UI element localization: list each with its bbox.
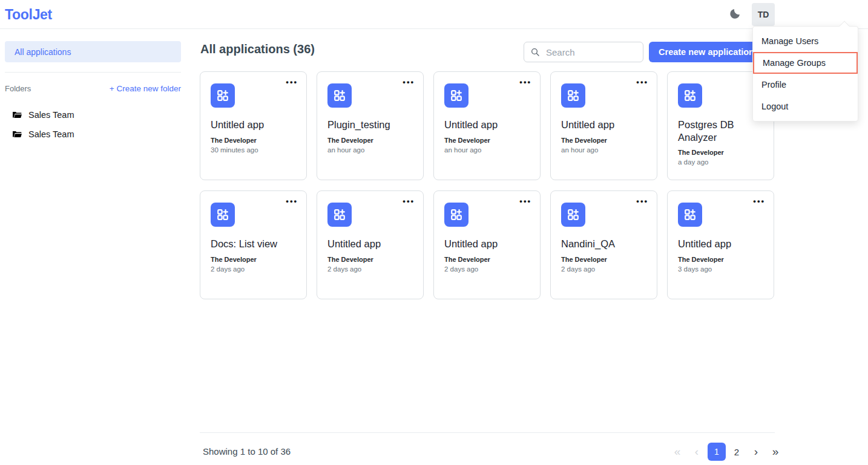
app-grid-plus-icon — [333, 208, 346, 221]
app-updated-time: a day ago — [678, 158, 763, 166]
app-updated-time: 2 days ago — [561, 265, 646, 273]
app-card-menu-icon[interactable]: ••• — [519, 78, 531, 86]
sidebar-folder-item[interactable]: Sales Team — [5, 125, 181, 144]
app-author: The Developer — [444, 137, 530, 144]
app-card[interactable]: ••• Nandini_QA The Developer 2 days ago — [550, 190, 657, 299]
app-author: The Developer — [444, 256, 530, 263]
app-card-menu-icon[interactable]: ••• — [753, 197, 765, 205]
pagination-prev-button[interactable]: ‹ — [688, 443, 705, 461]
page-title: All applications (36) — [200, 42, 315, 56]
app-card-menu-icon[interactable]: ••• — [403, 197, 415, 205]
app-name: Untitled app — [444, 119, 530, 131]
app-card[interactable]: ••• Untitled app The Developer 3 days ag… — [667, 190, 774, 299]
pagination: «‹12›» — [669, 442, 784, 461]
app-icon — [444, 203, 469, 227]
app-updated-time: 3 days ago — [678, 265, 763, 273]
app-card-menu-icon[interactable]: ••• — [403, 78, 415, 86]
tooljet-logo: ToolJet — [5, 7, 52, 23]
folder-icon — [12, 130, 22, 139]
dark-mode-toggle[interactable] — [728, 7, 742, 22]
folder-icon — [12, 111, 22, 120]
app-card[interactable]: ••• Untitled app The Developer 30 minute… — [200, 71, 307, 180]
app-icon — [327, 83, 352, 108]
menu-item-manage-users[interactable]: Manage Users — [753, 30, 858, 52]
app-icon — [678, 83, 702, 108]
app-card[interactable]: ••• Untitled app The Developer an hour a… — [550, 71, 657, 180]
app-grid-plus-icon — [683, 89, 697, 102]
app-name: Postgres DB Analyzer — [678, 119, 763, 143]
app-icon — [211, 203, 235, 227]
app-card-menu-icon[interactable]: ••• — [636, 197, 648, 205]
app-icon — [444, 83, 469, 108]
app-icon — [327, 203, 352, 227]
folder-name: Sales Team — [28, 110, 74, 120]
top-header: ToolJet TD — [0, 0, 868, 29]
app-name: Nandini_QA — [561, 238, 646, 250]
user-menu-dropdown: Manage UsersManage GroupsProfileLogout — [752, 26, 858, 122]
app-card-menu-icon[interactable]: ••• — [286, 197, 298, 205]
app-grid-plus-icon — [450, 208, 463, 221]
app-updated-time: 2 days ago — [327, 265, 413, 273]
app-grid-plus-icon — [216, 89, 229, 102]
menu-item-profile[interactable]: Profile — [753, 74, 858, 96]
menu-item-manage-groups[interactable]: Manage Groups — [753, 52, 858, 74]
app-card-menu-icon[interactable]: ••• — [636, 78, 648, 86]
app-updated-time: an hour ago — [444, 146, 530, 154]
footer-divider — [200, 432, 775, 433]
app-updated-time: 2 days ago — [444, 265, 530, 273]
app-grid-plus-icon — [567, 208, 580, 221]
create-new-application-button[interactable]: Create new application — [649, 42, 764, 62]
user-menu-items: Manage UsersManage GroupsProfileLogout — [753, 30, 858, 117]
app-card[interactable]: ••• Plugin_testing The Developer an hour… — [317, 71, 424, 180]
app-card[interactable]: ••• Untitled app The Developer 2 days ag… — [317, 190, 424, 299]
app-name: Docs: List view — [211, 238, 296, 250]
app-name: Untitled app — [561, 119, 646, 131]
app-grid-plus-icon — [216, 208, 229, 221]
pagination-first-button[interactable]: « — [669, 443, 686, 461]
pagination-page-1[interactable]: 1 — [708, 443, 726, 461]
app-updated-time: an hour ago — [327, 146, 413, 154]
app-icon — [211, 83, 235, 108]
pagination-summary: Showing 1 to 10 of 36 — [203, 446, 291, 457]
search-icon — [530, 47, 540, 57]
sidebar-divider — [5, 72, 181, 73]
app-name: Untitled app — [444, 238, 530, 250]
app-card[interactable]: ••• Untitled app The Developer an hour a… — [433, 71, 541, 180]
pagination-next-button[interactable]: › — [748, 443, 764, 461]
app-grid-plus-icon — [683, 208, 697, 221]
app-updated-time: an hour ago — [561, 146, 646, 154]
sidebar-folder-item[interactable]: Sales Team — [5, 105, 181, 125]
app-author: The Developer — [211, 256, 296, 263]
app-card-menu-icon[interactable]: ••• — [286, 78, 298, 86]
app-author: The Developer — [211, 137, 296, 144]
menu-item-logout[interactable]: Logout — [753, 96, 858, 117]
app-updated-time: 2 days ago — [211, 265, 296, 273]
app-author: The Developer — [678, 256, 763, 263]
search-input[interactable] — [545, 47, 637, 58]
app-name: Untitled app — [678, 238, 763, 250]
pagination-last-button[interactable]: » — [767, 443, 784, 461]
create-new-folder-link[interactable]: + Create new folder — [110, 84, 181, 93]
pagination-page-2[interactable]: 2 — [728, 443, 745, 461]
app-author: The Developer — [561, 137, 646, 144]
app-card-menu-icon[interactable]: ••• — [519, 197, 531, 205]
app-updated-time: 30 minutes ago — [211, 146, 296, 154]
folder-name: Sales Team — [28, 129, 74, 139]
folders-header: Folders + Create new folder — [5, 84, 181, 93]
app-author: The Developer — [561, 256, 646, 263]
folders-label: Folders — [5, 84, 31, 93]
app-author: The Developer — [327, 256, 413, 263]
app-grid-plus-icon — [567, 89, 580, 102]
app-grid-plus-icon — [450, 89, 463, 102]
app-card[interactable]: ••• Docs: List view The Developer 2 days… — [200, 190, 307, 299]
sidebar-item-all-applications[interactable]: All applications — [5, 41, 181, 62]
search-box — [524, 42, 643, 62]
folders-list: Sales Team Sales Team — [5, 105, 181, 144]
app-card[interactable]: ••• Untitled app The Developer 2 days ag… — [433, 190, 541, 299]
app-author: The Developer — [678, 149, 763, 156]
user-avatar[interactable]: TD — [752, 3, 775, 26]
app-name: Plugin_testing — [327, 119, 413, 131]
tooljet-dashboard: ToolJet TD All applications Folders + Cr… — [0, 0, 868, 465]
app-icon — [678, 203, 702, 227]
app-grid-plus-icon — [333, 89, 346, 102]
